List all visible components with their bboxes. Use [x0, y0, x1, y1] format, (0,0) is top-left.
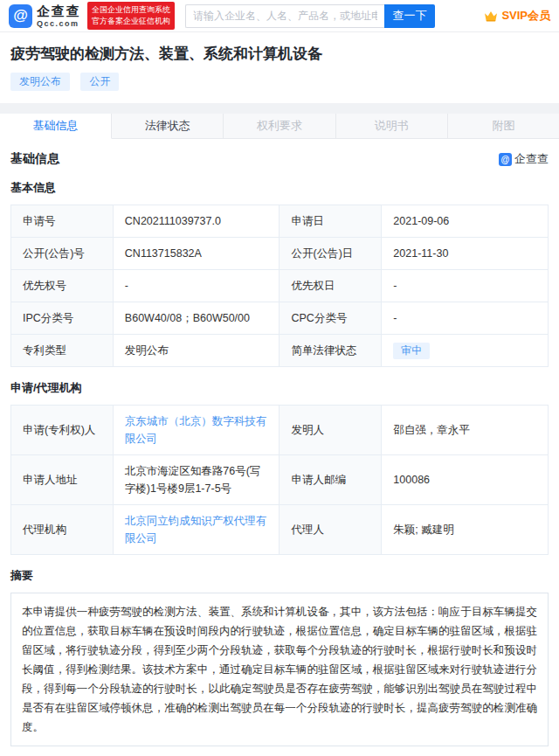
agency-link[interactable]: 北京同立钧成知识产权代理有限公司 [125, 515, 267, 544]
brand-domain: Qcc.com [37, 20, 81, 28]
tag-patent-type: 发明公布 [10, 73, 70, 91]
cell-value-agents: 朱颖; 臧建明 [382, 505, 549, 555]
table-row: 代理机构 北京同立钧成知识产权代理有限公司 代理人 朱颖; 臧建明 [11, 505, 549, 555]
cell-value-postal-code: 100086 [382, 455, 549, 505]
cell-value-publication-date: 2021-11-30 [382, 238, 549, 270]
cell-value-agency: 北京同立钧成知识产权代理有限公司 [113, 505, 280, 555]
tag-publication-status: 公开 [80, 73, 119, 91]
cell-label: 优先权号 [11, 270, 114, 302]
spacer [0, 103, 559, 114]
credit-badge: 全国企业信用查询系统 官方备案企业征信机构 [87, 2, 175, 29]
applicant-link[interactable]: 京东城市（北京）数字科技有限公司 [125, 415, 267, 445]
site-header: @ 企查查 Qcc.com 全国企业信用查询系统 官方备案企业征信机构 查一下 … [0, 0, 559, 32]
qcc-watermark: @ 企查查 [499, 151, 549, 167]
cell-label: 申请号 [11, 205, 114, 238]
cell-value-applicant: 京东城市（北京）数字科技有限公司 [113, 406, 280, 455]
svip-label: SVIP会员 [501, 8, 550, 24]
patent-title-block: 疲劳驾驶的检测方法、装置、系统和计算机设备 发明公布 公开 [0, 32, 559, 103]
search-bar: 查一下 [185, 4, 435, 28]
search-input[interactable] [185, 4, 384, 28]
cell-value-cpc-class: - [382, 302, 549, 335]
cell-label: 简单法律状态 [280, 335, 382, 367]
credit-badge-line1: 全国企业信用查询系统 [92, 4, 170, 16]
cell-label: 公开(公告)日 [280, 238, 382, 270]
subsection-title-abstract: 摘要 [10, 568, 549, 584]
table-row: 申请(专利权)人 京东城市（北京）数字科技有限公司 发明人 邵自强，章永平 [11, 406, 549, 455]
brand-block[interactable]: 企查查 Qcc.com [37, 4, 81, 28]
basic-info-card: 基础信息 @ 企查查 基本信息 申请号 CN202111039737.0 申请日… [0, 139, 559, 756]
cell-label: 代理人 [280, 505, 382, 555]
tab-specification[interactable]: 说明书 [336, 114, 448, 139]
table-row: 申请人地址 北京市海淀区知春路76号(写字楼)1号楼9层1-7-5号 申请人邮编… [11, 455, 549, 505]
tab-legal-status[interactable]: 法律状态 [112, 114, 224, 139]
qcc-logo-icon[interactable]: @ [9, 4, 32, 28]
subsection-title-agency: 申请/代理机构 [10, 380, 549, 396]
qcc-watermark-text: 企查查 [514, 151, 549, 167]
svip-link[interactable]: SVIP会员 [484, 8, 550, 24]
page-title: 疲劳驾驶的检测方法、装置、系统和计算机设备 [10, 44, 549, 64]
cell-value-priority-number: - [113, 270, 280, 302]
cell-label: 专利类型 [11, 335, 114, 367]
table-row: 申请号 CN202111039737.0 申请日 2021-09-06 [11, 205, 549, 238]
table-row: 公开(公告)号 CN113715832A 公开(公告)日 2021-11-30 [11, 238, 549, 270]
tab-claims[interactable]: 权利要求 [224, 114, 335, 139]
cell-label: 申请人邮编 [280, 455, 382, 505]
search-button[interactable]: 查一下 [384, 4, 435, 28]
cell-label: 代理机构 [11, 505, 114, 555]
credit-badge-line2: 官方备案企业征信机构 [92, 16, 170, 27]
cell-value-inventors: 邵自强，章永平 [382, 406, 549, 455]
section-header-basic: 基础信息 @ 企查查 [10, 151, 549, 167]
cell-label: 申请人地址 [11, 455, 114, 505]
cell-value-legal-status: 审中 [382, 335, 549, 367]
cell-value-applicant-address: 北京市海淀区知春路76号(写字楼)1号楼9层1-7-5号 [113, 455, 280, 505]
section-title-basic: 基础信息 [10, 151, 59, 167]
cell-label: 公开(公告)号 [11, 238, 114, 270]
subsection-title-basic: 基本信息 [10, 180, 549, 196]
basic-info-table: 申请号 CN202111039737.0 申请日 2021-09-06 公开(公… [10, 205, 549, 367]
cell-label: 发明人 [280, 406, 382, 455]
status-badge: 审中 [393, 343, 430, 359]
patent-tags: 发明公布 公开 [10, 73, 549, 91]
cell-label: 优先权日 [280, 270, 382, 302]
cell-value-ipc-class: B60W40/08；B60W50/00 [113, 302, 280, 335]
table-row: 优先权号 - 优先权日 - [11, 270, 549, 302]
cell-label: CPC分类号 [280, 302, 382, 335]
cell-label: 申请(专利权)人 [11, 406, 114, 455]
cell-value-application-number: CN202111039737.0 [113, 205, 280, 238]
cell-value-priority-date: - [382, 270, 549, 302]
tab-basic-info[interactable]: 基础信息 [0, 114, 112, 139]
abstract-text: 本申请提供一种疲劳驾驶的检测方法、装置、系统和计算机设备，其中，该方法包括：响应… [10, 593, 549, 746]
qcc-watermark-icon: @ [499, 153, 512, 166]
table-row: IPC分类号 B60W40/08；B60W50/00 CPC分类号 - [11, 302, 549, 335]
cell-label: 申请日 [280, 205, 382, 238]
cell-value-patent-type: 发明公布 [113, 335, 280, 367]
crown-icon [484, 10, 498, 22]
agency-info-table: 申请(专利权)人 京东城市（北京）数字科技有限公司 发明人 邵自强，章永平 申请… [10, 405, 549, 555]
tab-figures[interactable]: 附图 [448, 114, 559, 139]
cell-value-publication-number: CN113715832A [113, 238, 280, 270]
table-row: 专利类型 发明公布 简单法律状态 审中 [11, 335, 549, 367]
cell-label: IPC分类号 [11, 302, 114, 335]
brand-name: 企查查 [37, 4, 81, 17]
tab-bar: 基础信息 法律状态 权利要求 说明书 附图 [0, 114, 559, 139]
cell-value-application-date: 2021-09-06 [382, 205, 549, 238]
